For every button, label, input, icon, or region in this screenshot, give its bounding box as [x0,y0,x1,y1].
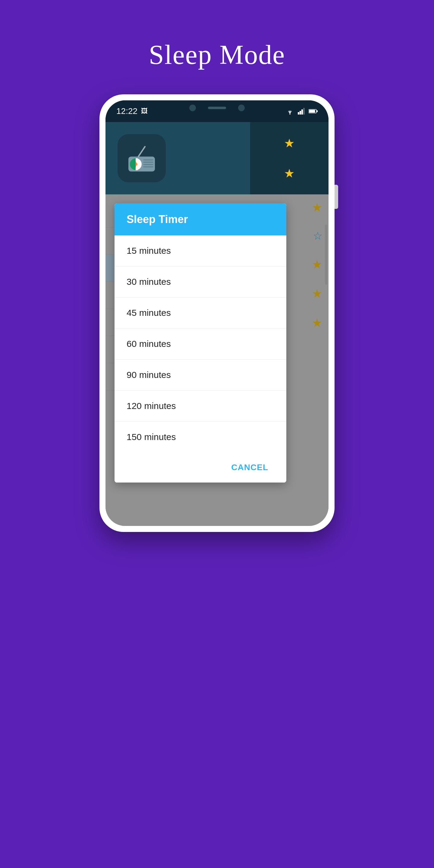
svg-rect-4 [303,108,305,115]
status-time: 12:22 [116,106,137,116]
dialog-title: Sleep Timer [127,213,188,225]
main-content: 📻 ★ ★ ✏️ [105,194,329,526]
radio-icon [125,142,158,175]
svg-rect-7 [316,110,318,112]
sleep-timer-dialog: Sleep Timer 15 minutes 30 minutes 45 min… [115,204,286,483]
option-15min[interactable]: 15 minutes [115,236,286,267]
battery-icon [309,109,318,114]
page-title: Sleep Mode [149,39,285,70]
svg-line-8 [138,147,145,157]
status-icons-right [286,108,318,115]
svg-rect-1 [298,112,299,115]
star-1: ★ [284,136,295,150]
dialog-header: Sleep Timer [115,204,286,236]
option-30min[interactable]: 30 minutes [115,267,286,298]
front-sensor [238,104,245,111]
app-icon [118,134,166,182]
svg-point-0 [289,113,290,115]
option-150min[interactable]: 150 minutes [115,422,286,453]
option-45min[interactable]: 45 minutes [115,298,286,329]
dialog-footer: CANCEL [115,453,286,483]
svg-rect-3 [301,110,303,115]
status-bar: 12:22 🖼 [105,100,329,122]
svg-rect-2 [300,111,301,115]
right-panel: ★ ★ [250,122,329,194]
cancel-button[interactable]: CANCEL [225,460,274,475]
option-90min[interactable]: 90 minutes [115,360,286,391]
svg-rect-6 [309,110,315,113]
app-header-area: ★ ★ [105,122,329,194]
signal-icon [298,108,305,115]
phone-screen: 12:22 🖼 [105,100,329,526]
option-60min[interactable]: 60 minutes [115,329,286,360]
speaker [208,107,226,109]
star-2: ★ [284,166,295,181]
dialog-body: 15 minutes 30 minutes 45 minutes 60 minu… [115,236,286,453]
screenshot-icon: 🖼 [141,107,148,115]
wifi-icon [286,108,294,115]
notch [187,100,247,116]
phone-frame: 12:22 🖼 [99,94,335,532]
front-camera [189,104,196,111]
option-120min[interactable]: 120 minutes [115,391,286,422]
dialog-overlay: Sleep Timer 15 minutes 30 minutes 45 min… [105,194,329,526]
side-button [335,185,338,209]
